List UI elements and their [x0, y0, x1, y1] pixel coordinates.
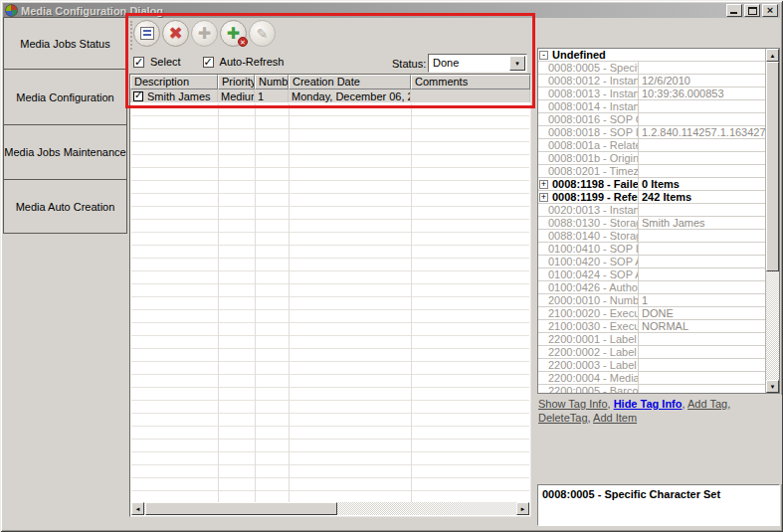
scroll-down-icon[interactable]: ▼: [766, 380, 779, 393]
tag-row[interactable]: -Undefined: [538, 49, 765, 62]
tag-row[interactable]: 2100:0030 - Execution SNORMAL: [538, 320, 765, 333]
delete-job-button[interactable]: ✖: [162, 20, 189, 47]
sidebar-item-media-jobs-maintenance[interactable]: Media Jobs Maintenance: [3, 124, 127, 180]
expand-icon[interactable]: +: [539, 180, 548, 189]
collapse-icon[interactable]: -: [539, 51, 548, 60]
tag-row[interactable]: 0100:0420 - SOP Autho: [538, 256, 765, 268]
link-deletetag[interactable]: DeleteTag: [538, 412, 588, 424]
tag-row[interactable]: 0008:0012 - Instance Cr12/6/2010: [538, 75, 765, 88]
maximize-icon: [748, 7, 757, 15]
tag-row[interactable]: +0008:1198 - Failed SOP0 Items: [538, 178, 765, 191]
tag-name-cell: 2200:0003 - Label Style: [538, 359, 639, 371]
sidebar-item-media-configuration[interactable]: Media Configuration: [3, 69, 127, 125]
tag-name-cell: 2000:0010 - Number of (: [538, 294, 639, 306]
media-configuration-dialog-window: Media Configuration Dialog × Media Jobs …: [0, 0, 783, 532]
add-remove-job-button[interactable]: ✚✕: [220, 20, 247, 47]
selected-tag-text: 0008:0005 - Specific Character Set: [542, 488, 720, 500]
link-show-tag-info[interactable]: Show Tag Info: [538, 398, 608, 410]
tag-row[interactable]: 2200:0003 - Label Style: [538, 359, 765, 372]
tag-name-cell: 0008:0005 - Specific Ch: [538, 62, 639, 74]
scroll-up-icon[interactable]: ▲: [766, 49, 779, 62]
dropdown-arrow-icon[interactable]: ▼: [509, 56, 525, 71]
jobs-table: Description Priority Numb... Creation Da…: [129, 74, 531, 517]
tag-name-cell: 2200:0002 - Label Text: [538, 346, 639, 358]
minimize-button[interactable]: [726, 4, 742, 17]
tag-row[interactable]: 0008:0014 - Instance Cr: [538, 100, 765, 113]
tag-grid: -Undefined0008:0005 - Specific Ch0008:00…: [537, 48, 780, 394]
tag-row[interactable]: +0008:1199 - Referencec242 Items: [538, 191, 765, 204]
tag-name-cell: 0008:0013 - Instance Cr: [538, 88, 639, 99]
tag-name-cell: 2200:0001 - Label Usin: [538, 333, 639, 345]
close-button[interactable]: ×: [762, 4, 778, 17]
tag-label: 0100:0410 - SOP Instan: [548, 243, 639, 255]
expand-icon[interactable]: +: [539, 193, 548, 202]
tag-row[interactable]: 0008:0016 - SOP Class I: [538, 113, 765, 126]
scroll-right-icon[interactable]: ►: [516, 502, 529, 515]
edit-pen-icon: ✎: [257, 27, 269, 41]
toolbar: ✖ ✚ ✚✕ ✎: [127, 17, 534, 54]
tag-value-cell: 1: [639, 294, 765, 306]
status-dropdown[interactable]: Done ▼: [428, 54, 527, 73]
column-header-priority[interactable]: Priority: [218, 75, 255, 89]
tag-value-cell: 12/6/2010: [639, 75, 765, 87]
tag-row[interactable]: 0088:0130 - Storage MeSmith James: [538, 217, 765, 230]
tag-row[interactable]: 2200:0001 - Label Usin: [538, 333, 765, 346]
auto-refresh-checkbox[interactable]: [203, 57, 214, 68]
link-add-tag[interactable]: Add Tag: [687, 398, 727, 410]
column-header-number[interactable]: Numb...: [255, 75, 289, 89]
tag-label: 0008:1199 - Referencec: [552, 191, 639, 203]
tag-label: 0008:0018 - SOP Instan: [548, 126, 639, 138]
tag-value-cell: [717, 49, 765, 61]
tag-row[interactable]: 0088:0140 - Storage Me: [538, 230, 765, 243]
tag-label: 0008:0012 - Instance Cr: [548, 75, 639, 87]
tag-name-cell: 0020:0013 - Instance Nu: [538, 204, 639, 216]
list-icon: [140, 27, 154, 40]
row-priority: Medium: [218, 89, 255, 102]
sidebar-item-media-auto-creation[interactable]: Media Auto Creation: [3, 179, 127, 234]
tag-row[interactable]: 0008:0013 - Instance Cr10:39:36.000853: [538, 88, 765, 100]
tag-row[interactable]: 0008:0005 - Specific Ch: [538, 62, 765, 75]
tag-value-cell: 1.2.840.114257.1.16342722877: [639, 126, 765, 138]
horizontal-scrollbar[interactable]: ◄ ►: [131, 502, 529, 515]
grid-line: [255, 103, 256, 502]
vertical-scrollbar-thumb[interactable]: [766, 62, 779, 271]
tag-row[interactable]: 2200:0005 - Barcode V: [538, 385, 765, 393]
tag-label: 2100:0030 - Execution S: [548, 320, 639, 332]
column-header-description[interactable]: Description: [130, 75, 218, 89]
grid-line: [218, 103, 219, 502]
horizontal-scrollbar-thumb[interactable]: [145, 502, 337, 515]
tag-label: 2100:0020 - Execution S: [548, 307, 639, 319]
tag-name-cell: -Undefined: [538, 49, 717, 61]
tag-row[interactable]: 2000:0010 - Number of (1: [538, 294, 765, 307]
tag-value-cell: [639, 243, 765, 255]
tag-row[interactable]: 0008:0018 - SOP Instan1.2.840.114257.1.1…: [538, 126, 765, 139]
tag-value-cell: [639, 359, 765, 371]
tag-row[interactable]: 0100:0426 - Authorizati: [538, 281, 765, 294]
scroll-left-icon[interactable]: ◄: [131, 502, 144, 515]
tag-row[interactable]: 2200:0004 - Media Disp: [538, 372, 765, 385]
maximize-button[interactable]: [744, 4, 760, 17]
vertical-scrollbar[interactable]: ▲ ▼: [765, 49, 779, 393]
tag-label: 2200:0005 - Barcode V: [548, 385, 639, 393]
link-hide-tag-info[interactable]: Hide Tag Info: [614, 398, 683, 410]
select-checkbox[interactable]: [133, 57, 144, 68]
tag-row[interactable]: 0008:001a - Related Ge: [538, 139, 765, 152]
column-header-creation-date[interactable]: Creation Date: [289, 75, 411, 89]
table-row[interactable]: Smith James Medium 1 Monday, December 06…: [130, 89, 530, 102]
tag-name-cell: +0008:1199 - Referencec: [538, 191, 639, 203]
tag-row[interactable]: 2200:0002 - Label Text: [538, 346, 765, 359]
status-dropdown-value: Done: [433, 57, 459, 69]
tag-row[interactable]: 0008:0201 - Timezone O: [538, 165, 765, 178]
view-jobs-button[interactable]: [133, 20, 160, 47]
tag-row[interactable]: 0100:0410 - SOP Instan: [538, 243, 765, 256]
tag-row[interactable]: 0020:0013 - Instance Nu: [538, 204, 765, 217]
tag-label: 0008:001b - Original Sp: [548, 152, 639, 164]
tag-row[interactable]: 2100:0020 - Execution SDONE: [538, 307, 765, 320]
tag-row[interactable]: 0008:001b - Original Sp: [538, 152, 765, 165]
tag-label: Undefined: [552, 49, 606, 61]
tag-row[interactable]: 0100:0424 - SOP Autho: [538, 268, 765, 281]
link-add-item[interactable]: Add Item: [593, 412, 637, 424]
row-checkbox[interactable]: [133, 91, 143, 101]
column-header-comments[interactable]: Comments: [411, 75, 530, 89]
sidebar-item-media-jobs-status[interactable]: Media Jobs Status: [3, 17, 127, 70]
